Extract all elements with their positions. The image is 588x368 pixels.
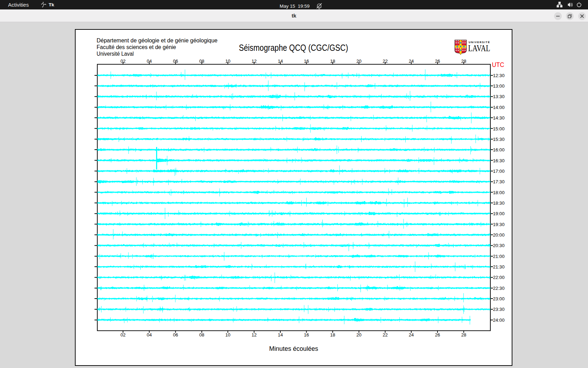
svg-text:15:00: 15:00 <box>493 126 505 131</box>
svg-text:19:00: 19:00 <box>493 211 505 216</box>
svg-text:26: 26 <box>435 59 440 64</box>
svg-text:17:00: 17:00 <box>493 169 505 174</box>
svg-text:06: 06 <box>173 332 178 338</box>
svg-text:16:00: 16:00 <box>493 147 505 152</box>
svg-text:14:00: 14:00 <box>493 105 505 110</box>
svg-text:19:30: 19:30 <box>493 222 505 227</box>
svg-text:Faculté des sciences et de gén: Faculté des sciences et de génie <box>97 44 176 50</box>
svg-text:Minutes écoulées: Minutes écoulées <box>269 345 318 352</box>
svg-text:02: 02 <box>120 332 126 338</box>
svg-text:20:30: 20:30 <box>493 243 505 248</box>
svg-text:Université Laval: Université Laval <box>97 51 134 57</box>
svg-text:08: 08 <box>199 332 204 338</box>
svg-text:08: 08 <box>199 59 204 64</box>
svg-text:17:30: 17:30 <box>493 179 505 184</box>
svg-text:04: 04 <box>147 59 152 64</box>
svg-text:LAVAL: LAVAL <box>468 43 490 53</box>
svg-text:14:30: 14:30 <box>493 115 505 121</box>
svg-text:10: 10 <box>225 59 231 64</box>
svg-text:16: 16 <box>304 59 309 64</box>
svg-text:12:30: 12:30 <box>493 73 505 78</box>
svg-text:14: 14 <box>278 59 283 64</box>
svg-text:23:00: 23:00 <box>493 296 505 301</box>
svg-text:13:30: 13:30 <box>493 94 505 99</box>
svg-text:10: 10 <box>225 332 231 338</box>
svg-text:20: 20 <box>356 332 362 338</box>
svg-text:22:30: 22:30 <box>493 286 505 291</box>
svg-text:02: 02 <box>120 59 126 64</box>
svg-text:21:00: 21:00 <box>493 254 505 259</box>
svg-text:12: 12 <box>252 59 257 64</box>
svg-text:22:00: 22:00 <box>493 275 505 280</box>
svg-text:21:30: 21:30 <box>493 264 505 270</box>
svg-text:20: 20 <box>356 59 362 64</box>
svg-text:18: 18 <box>330 59 335 64</box>
svg-text:15:30: 15:30 <box>493 137 505 142</box>
svg-text:13:00: 13:00 <box>493 83 505 89</box>
svg-text:UTC: UTC <box>492 61 504 68</box>
svg-text:04: 04 <box>147 332 152 338</box>
svg-text:24: 24 <box>409 59 414 64</box>
svg-text:16: 16 <box>304 332 309 338</box>
svg-text:18:30: 18:30 <box>493 200 505 206</box>
svg-text:28: 28 <box>461 59 467 64</box>
svg-text:22: 22 <box>383 59 388 64</box>
svg-text:26: 26 <box>435 332 440 338</box>
svg-text:18: 18 <box>330 332 335 338</box>
svg-text:28: 28 <box>461 332 467 338</box>
svg-text:Département de géologie et de: Département de géologie et de génie géol… <box>97 38 218 43</box>
svg-text:24: 24 <box>409 332 414 338</box>
svg-text:16:30: 16:30 <box>493 158 505 163</box>
svg-text:23:30: 23:30 <box>493 307 505 312</box>
svg-text:Séismographe QCQ (CGC/GSC): Séismographe QCQ (CGC/GSC) <box>239 42 348 53</box>
svg-text:14: 14 <box>278 332 283 338</box>
svg-text:22: 22 <box>383 332 388 338</box>
svg-text:06: 06 <box>173 59 178 64</box>
svg-text:24:00: 24:00 <box>493 318 505 323</box>
svg-text:18:00: 18:00 <box>493 190 505 195</box>
svg-text:12: 12 <box>252 332 257 338</box>
svg-text:20:00: 20:00 <box>493 232 505 238</box>
